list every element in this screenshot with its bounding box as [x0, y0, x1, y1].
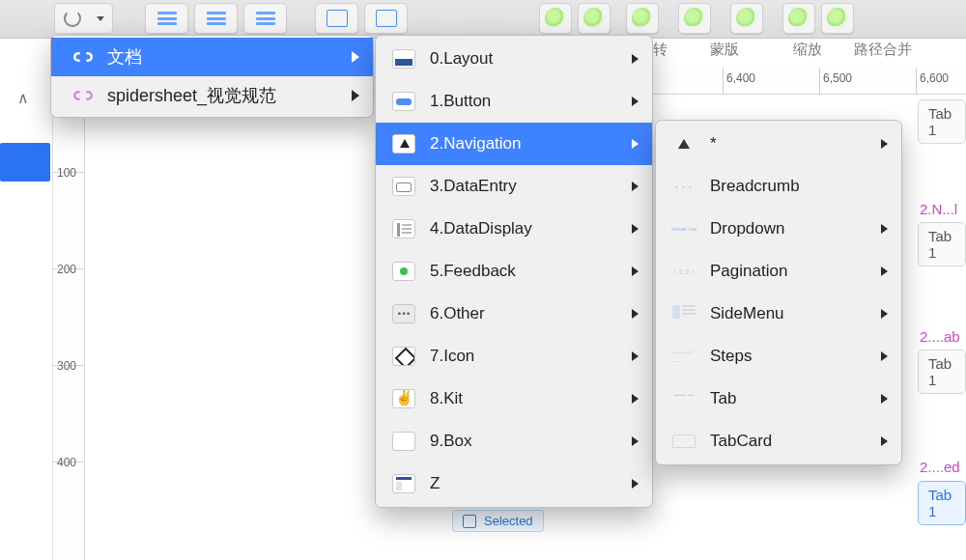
- chevron-right-icon: [632, 97, 639, 106]
- rotate-button-2[interactable]: [578, 3, 611, 34]
- menu2-item-label: 7.Icon: [430, 347, 474, 366]
- link-icon: [72, 83, 94, 108]
- chevron-right-icon: [881, 351, 888, 361]
- tab-chip[interactable]: Tab 1: [918, 350, 966, 394]
- tab-chip[interactable]: Tab 1: [918, 99, 966, 144]
- menu2-item-label: 9.Box: [430, 432, 471, 451]
- menu3-item-tab[interactable]: Tab: [656, 378, 901, 420]
- blob-icon: [827, 8, 848, 29]
- pathop-button-1[interactable]: [782, 3, 815, 34]
- left-sidebar: [0, 68, 53, 560]
- blob-icon: [545, 8, 566, 29]
- star-icon: [671, 131, 696, 156]
- menu3-item-label: SideMenu: [710, 304, 784, 323]
- chevron-right-icon: [632, 182, 639, 191]
- group-button-2[interactable]: [364, 3, 408, 34]
- menu2-item-datadisplay[interactable]: 4.DataDisplay: [376, 208, 652, 250]
- chevron-right-icon: [352, 51, 359, 63]
- layout-icon: [391, 46, 416, 71]
- menu2-item-label: 2.Navigation: [430, 134, 522, 154]
- breadcrumb-truncated[interactable]: 2....ed: [920, 459, 960, 475]
- tab-chip[interactable]: Tab 1: [918, 222, 966, 266]
- blob-icon: [788, 8, 810, 29]
- menu3-item-label: TabCard: [710, 432, 772, 451]
- menu1-item-label: spidersheet_视觉规范: [107, 84, 276, 107]
- menu2-item-feedback[interactable]: 5.Feedback: [376, 250, 652, 293]
- z-icon: [391, 471, 416, 496]
- menu3-item-label: *: [710, 134, 717, 154]
- selected-pill-label: Selected: [484, 514, 533, 528]
- pagination-icon: [671, 259, 696, 284]
- rotate-button-1[interactable]: [539, 3, 572, 34]
- selection-icon: [463, 515, 476, 528]
- toolbar-label-zhuan: 转: [653, 41, 668, 59]
- box-icon: [391, 429, 416, 454]
- menu1-item-doc[interactable]: 文档: [51, 38, 373, 76]
- group-button-1[interactable]: [315, 3, 358, 34]
- tab-chip-selected[interactable]: Tab 1: [918, 481, 966, 525]
- menu2-item-other[interactable]: 6.Other: [376, 293, 652, 335]
- collapse-toggle[interactable]: ∧: [17, 89, 29, 107]
- zoom-button[interactable]: [730, 3, 763, 34]
- menu1-item-spidersheet[interactable]: spidersheet_视觉规范: [51, 76, 373, 115]
- icon-icon: [391, 344, 416, 369]
- chevron-right-icon: [632, 309, 639, 319]
- menu2-item-kit[interactable]: 8.Kit: [376, 378, 652, 420]
- breadcrumb-truncated[interactable]: 2....ab: [920, 328, 960, 345]
- menu3-item-label: Dropdown: [710, 219, 785, 238]
- chevron-right-icon: [632, 436, 639, 446]
- menu2-item-label: 6.Other: [430, 304, 485, 323]
- sync-icon: [64, 10, 81, 27]
- selected-pill[interactable]: Selected: [452, 510, 544, 532]
- align-button-3[interactable]: [243, 3, 287, 34]
- tabcard-icon: [671, 429, 696, 454]
- top-toolbar: [0, 0, 966, 39]
- blob-icon: [684, 8, 705, 29]
- menu3-item-steps[interactable]: Steps: [656, 335, 901, 378]
- chevron-right-icon: [632, 351, 639, 361]
- chevron-right-icon: [632, 266, 639, 276]
- pathop-button-2[interactable]: [821, 3, 854, 34]
- align-icon: [157, 12, 177, 25]
- chevron-right-icon: [881, 436, 888, 446]
- group-icon: [327, 10, 348, 27]
- other-icon: [391, 301, 416, 326]
- chevron-down-icon: [97, 16, 104, 21]
- mask-button[interactable]: [678, 3, 711, 34]
- dataentry-icon: [391, 174, 416, 199]
- blob-icon: [736, 8, 757, 29]
- menu3-item-label: Steps: [710, 347, 752, 366]
- menu2-item-box[interactable]: 9.Box: [376, 420, 652, 462]
- button-icon: [391, 89, 416, 114]
- menu2-item-label: 1.Button: [430, 92, 491, 111]
- align-button-1[interactable]: [145, 3, 188, 34]
- ruler-h-tick: 6,500: [823, 71, 852, 85]
- blob-icon: [632, 8, 653, 29]
- chevron-right-icon: [632, 54, 639, 64]
- menu2-item-button[interactable]: 1.Button: [376, 80, 652, 123]
- breadcrumb-truncated[interactable]: 2.N...l: [920, 201, 957, 217]
- chevron-right-icon: [632, 224, 639, 234]
- menu2-item-z[interactable]: Z: [376, 462, 652, 505]
- ruler-h-tick: 6,400: [726, 71, 755, 85]
- align-button-2[interactable]: [194, 3, 238, 34]
- group-icon: [376, 10, 397, 27]
- menu3-item-star[interactable]: *: [656, 123, 901, 165]
- menu3-item-sidemenu[interactable]: SideMenu: [656, 293, 901, 335]
- menu3-item-tabcard[interactable]: TabCard: [656, 420, 901, 462]
- menu2-item-layout[interactable]: 0.Layout: [376, 38, 652, 80]
- menu3-item-pagination[interactable]: Pagination: [656, 250, 901, 293]
- menu2-item-navigation[interactable]: 2.Navigation: [376, 123, 652, 165]
- selected-artboard-indicator[interactable]: [0, 143, 50, 182]
- ruler-vertical: 100 200 300 400: [53, 95, 85, 560]
- sync-dropdown[interactable]: [89, 3, 113, 34]
- menu3-item-breadcrumb[interactable]: Breadcrumb: [656, 165, 901, 208]
- sync-button[interactable]: [54, 3, 89, 34]
- menu3-item-dropdown[interactable]: Dropdown: [656, 208, 901, 250]
- flip-button[interactable]: [626, 3, 659, 34]
- toolbar-label-zoom: 缩放: [793, 41, 822, 59]
- chevron-right-icon: [881, 224, 888, 234]
- menu2-item-dataentry[interactable]: 3.DataEntry: [376, 165, 652, 208]
- datadisplay-icon: [391, 216, 416, 241]
- menu2-item-icon[interactable]: 7.Icon: [376, 335, 652, 378]
